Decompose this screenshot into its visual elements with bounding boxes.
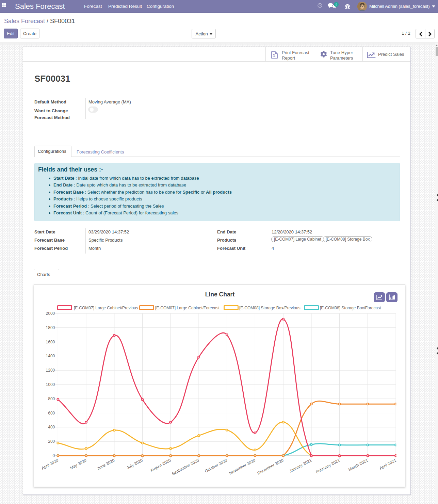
svg-text:0: 0 [53,453,55,458]
svg-text:July 2020: July 2020 [126,458,144,470]
svg-text:April 2020: April 2020 [40,458,59,471]
svg-text:October 2020: October 2020 [204,458,228,474]
svg-text:May 2020: May 2020 [69,458,87,470]
svg-text:800: 800 [48,396,55,401]
svg-text:400: 400 [48,425,55,429]
svg-text:1200: 1200 [46,368,55,373]
svg-text:September 2020: September 2020 [171,458,200,476]
svg-text:December 2020: December 2020 [257,458,285,476]
svg-text:200: 200 [48,439,55,444]
svg-text:1000: 1000 [46,382,55,387]
svg-text:June 2020: June 2020 [96,458,115,471]
svg-text:1400: 1400 [46,354,55,358]
svg-text:X: X [273,53,276,58]
svg-text:1600: 1600 [46,340,55,344]
svg-text:November 2020: November 2020 [228,458,256,476]
svg-text:August 2020: August 2020 [149,458,172,473]
svg-text:February 2021: February 2021 [315,458,341,474]
svg-text:April 2021: April 2021 [378,458,397,471]
svg-text:600: 600 [48,411,55,416]
svg-text:January 2021: January 2021 [289,458,313,474]
svg-text:March 2021: March 2021 [347,458,369,472]
svg-text:1800: 1800 [46,325,55,330]
svg-text:2000: 2000 [46,311,55,316]
